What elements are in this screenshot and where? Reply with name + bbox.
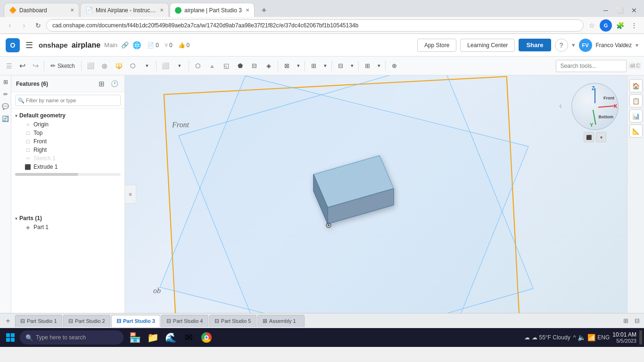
tree-item-origin[interactable]: ○ Origin xyxy=(11,120,124,129)
doc-globe-icon[interactable]: 🌐 xyxy=(132,41,141,49)
left-icon-1[interactable]: ⊞ xyxy=(1,77,10,87)
user-avatar[interactable]: FV xyxy=(579,39,592,52)
sidebar-history-button[interactable]: 🕐 xyxy=(109,79,120,89)
rp-btn-2[interactable]: 📋 xyxy=(629,94,643,107)
learning-center-button[interactable]: Learning Center xyxy=(460,39,515,52)
toolbar-btn-14b[interactable]: ▾ xyxy=(322,59,329,73)
tab-dashboard-close[interactable]: ✕ xyxy=(70,8,74,13)
undo-button[interactable]: ☰ xyxy=(3,59,15,73)
taskbar-app-chrome[interactable] xyxy=(198,329,215,346)
extensions-button[interactable]: 🧩 xyxy=(614,19,626,32)
left-icon-3[interactable]: 💬 xyxy=(1,102,10,111)
speaker-icon[interactable]: 🔈 xyxy=(578,334,586,341)
taskbar-clock[interactable]: 10:01 AM 5/5/2023 xyxy=(612,331,636,344)
toolbar-btn-16b[interactable]: ▾ xyxy=(375,59,383,73)
toolbar-btn-14[interactable]: ⊞ xyxy=(307,59,321,73)
bottom-grid-button[interactable]: ⊞ xyxy=(620,316,631,326)
tab-instructables[interactable]: 📄 Mini Airplane - Instructables ✕ xyxy=(80,3,169,17)
view-dropdown-button[interactable]: ▾ xyxy=(596,132,606,142)
bottom-tab-partstudio1[interactable]: ⊟ Part Studio 1 xyxy=(15,315,62,327)
start-button[interactable] xyxy=(2,329,19,346)
network-icon[interactable]: 📶 xyxy=(587,334,595,341)
toolbar-btn-13[interactable]: ⊠ xyxy=(281,59,294,73)
sketch-button[interactable]: ✏ Sketch xyxy=(47,59,79,73)
toolbar-btn-10[interactable]: ⬟ xyxy=(234,59,247,73)
bottom-tab-partstudio3[interactable]: ⊟ Part Studio 3 xyxy=(111,315,160,327)
toolbar-btn-13b[interactable]: ▾ xyxy=(295,59,302,73)
viewport[interactable]: Front ob xyxy=(125,75,644,313)
rp-btn-3[interactable]: 📊 xyxy=(629,109,643,123)
close-button[interactable]: ✕ xyxy=(628,6,640,15)
bottom-tab-partstudio2[interactable]: ⊟ Part Studio 2 xyxy=(63,315,110,327)
tree-item-sketch1[interactable]: ✏ Sketch 1 xyxy=(11,154,124,163)
back-button[interactable]: ‹ xyxy=(4,19,16,32)
tab-partstudio3-close[interactable]: ✕ xyxy=(246,8,249,13)
tab-instructables-close[interactable]: ✕ xyxy=(160,8,164,13)
left-icon-4[interactable]: 🔄 xyxy=(1,114,10,123)
bottom-tab-partstudio5[interactable]: ⊟ Part Studio 5 xyxy=(209,315,256,327)
feature-list-icon[interactable]: ≡ xyxy=(125,185,136,204)
toolbar-btn-3[interactable]: 🔱 xyxy=(112,59,125,73)
taskbar-search[interactable]: 🔍 Type here to search xyxy=(20,330,124,345)
taskbar-app-store[interactable]: 🏪 xyxy=(126,329,143,346)
refresh-button[interactable]: ↻ xyxy=(32,19,44,32)
show-desktop-button[interactable] xyxy=(639,330,642,345)
toolbar-btn-2[interactable]: ◎ xyxy=(98,59,111,73)
taskbar-app-mail[interactable]: ✉ xyxy=(180,329,197,346)
tree-item-front[interactable]: □ Front xyxy=(11,137,124,146)
doc-link-icon[interactable]: 🔗 xyxy=(121,41,129,49)
back-nav-button[interactable]: ↩ xyxy=(16,59,28,73)
toolbar-btn-12[interactable]: ◈ xyxy=(262,59,275,73)
menu-button[interactable]: ⋮ xyxy=(628,19,640,32)
taskbar-app-edge[interactable]: 🌊 xyxy=(162,329,179,346)
share-button[interactable]: Share xyxy=(519,39,551,51)
parts-header[interactable]: ▾ Parts (1) xyxy=(11,214,124,223)
chevron-icon[interactable]: ^ xyxy=(573,334,576,341)
new-tab-button[interactable]: + xyxy=(257,4,271,17)
toolbar-btn-6[interactable]: ⬜ xyxy=(159,59,172,73)
toolbar-btn-16[interactable]: ⊞ xyxy=(361,59,374,73)
crosshair-button[interactable]: ⊕ xyxy=(388,59,401,73)
toolbar-btn-5[interactable]: ▾ xyxy=(140,59,154,73)
tree-item-part1[interactable]: ◈ Part 1 xyxy=(11,223,124,231)
hamburger-menu[interactable]: ☰ xyxy=(24,38,35,52)
toolbar-btn-11[interactable]: ⊟ xyxy=(248,59,261,73)
bookmark-button[interactable]: ☆ xyxy=(586,19,598,32)
filter-input[interactable] xyxy=(15,95,121,106)
bottom-layout-button[interactable]: ⊟ xyxy=(632,316,642,326)
toolbar-btn-4[interactable]: ⬡ xyxy=(126,59,140,73)
toolbar-btn-8[interactable]: ⟁ xyxy=(206,59,219,73)
tree-item-right[interactable]: □ Right xyxy=(11,146,124,154)
default-geometry-header[interactable]: ▾ Default geometry xyxy=(11,111,124,120)
taskbar-app-files[interactable]: 📁 xyxy=(144,329,161,346)
address-bar[interactable]: cad.onshape.com/documents/f44b1dc20f549b… xyxy=(46,19,584,32)
toolbar-btn-6b[interactable]: ▾ xyxy=(173,59,186,73)
toolbar-btn-15b[interactable]: ▾ xyxy=(348,59,356,73)
user-name[interactable]: Franco Valdez xyxy=(596,42,632,49)
taskbar-weather[interactable]: ☁ ☁ 55°F Cloudy xyxy=(524,334,570,341)
bottom-tab-partstudio4[interactable]: ⊟ Part Studio 4 xyxy=(161,315,208,327)
view-cube-button[interactable]: ⬛ xyxy=(584,132,594,142)
search-tools-input[interactable] xyxy=(556,60,627,72)
rp-btn-1[interactable]: 🏠 xyxy=(629,79,643,92)
toolbar-btn-15[interactable]: ⊟ xyxy=(334,59,347,73)
tab-partstudio3[interactable]: airplane | Part Studio 3 ✕ xyxy=(170,3,255,17)
rp-btn-4[interactable]: 📐 xyxy=(629,124,643,138)
tab-dashboard[interactable]: 🔶 Dashboard ✕ xyxy=(4,3,79,17)
help-button[interactable]: ? xyxy=(555,39,568,52)
tree-item-top[interactable]: □ Top xyxy=(11,129,124,137)
bottom-tab-assembly1[interactable]: ⊞ Assembly 1 xyxy=(257,315,305,327)
app-store-button[interactable]: App Store xyxy=(417,39,456,52)
tree-item-extrude1[interactable]: ⬛ Extrude 1 xyxy=(11,163,124,171)
forward-button[interactable]: › xyxy=(18,19,30,32)
toolbar-btn-1[interactable]: ⬜ xyxy=(84,59,97,73)
toolbar-btn-9[interactable]: ◱ xyxy=(220,59,233,73)
profile-button[interactable]: G xyxy=(600,19,612,32)
minimize-button[interactable]: ─ xyxy=(600,6,612,15)
maximize-button[interactable]: ⬜ xyxy=(614,6,626,15)
sidebar-add-button[interactable]: ⊞ xyxy=(96,79,107,89)
toolbar-btn-7[interactable]: ⬡ xyxy=(191,59,205,73)
view-left-arrow[interactable]: ‹ xyxy=(559,101,562,111)
bottom-add-tab-button[interactable]: + xyxy=(2,315,14,327)
forward-nav-button[interactable]: ↪ xyxy=(29,59,41,73)
